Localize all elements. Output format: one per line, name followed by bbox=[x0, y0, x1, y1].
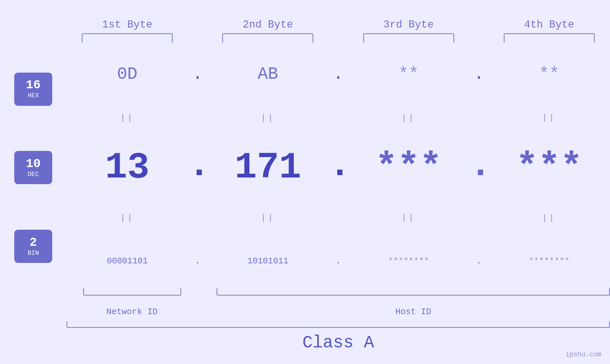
bin-val-1: 00001101 bbox=[66, 256, 188, 266]
bin-data-row: 00001101 . 10101011 . ******** . *******… bbox=[66, 247, 610, 275]
bin-dot-2: . bbox=[329, 256, 348, 266]
host-bracket bbox=[216, 288, 610, 296]
col4-top-bracket bbox=[504, 33, 595, 43]
dec-val-1: 13 bbox=[66, 147, 188, 188]
dec-badge: 10 DEC bbox=[14, 151, 52, 184]
column-headers-row: 1st Byte 2nd Byte 3rd Byte 4th Byte bbox=[0, 0, 610, 33]
network-bracket bbox=[83, 288, 181, 296]
eq-1-1: || bbox=[66, 113, 188, 122]
hex-dot-3: . bbox=[469, 65, 488, 84]
id-labels-row: Network ID Host ID bbox=[0, 302, 610, 321]
bin-dot-1: . bbox=[188, 256, 207, 266]
col3-header: 3rd Byte bbox=[348, 19, 469, 31]
base-badges-col: 16 HEX 10 DEC 2 BIN bbox=[0, 47, 66, 288]
bin-val-3: ******** bbox=[348, 256, 469, 266]
hex-dot-2: . bbox=[329, 65, 348, 84]
eq-1-4: || bbox=[488, 113, 610, 122]
col2-top-bracket bbox=[222, 33, 313, 43]
dec-dot-1: . bbox=[188, 144, 207, 191]
dec-val-2: 171 bbox=[207, 147, 328, 188]
eq-2-2: || bbox=[207, 213, 328, 223]
top-brackets-row bbox=[0, 33, 610, 47]
data-area: 0D . AB . ** . ** || || || || 13 bbox=[66, 47, 610, 288]
eq-1-3: || bbox=[348, 113, 469, 122]
eq-1-2: || bbox=[207, 113, 328, 122]
bin-number: 2 bbox=[29, 236, 37, 249]
host-id-label: Host ID bbox=[216, 307, 610, 317]
class-label: Class A bbox=[302, 333, 374, 353]
dec-dot-2: . bbox=[329, 144, 348, 191]
col4-header: 4th Byte bbox=[488, 19, 610, 31]
content-area: 16 HEX 10 DEC 2 BIN 0D . AB . ** . ** bbox=[0, 47, 610, 288]
bin-badge: 2 BIN bbox=[14, 230, 52, 263]
bin-dot-3: . bbox=[469, 256, 488, 266]
dec-val-4: *** bbox=[488, 147, 610, 188]
bottom-brackets-row bbox=[0, 288, 610, 302]
eq-2-1: || bbox=[66, 213, 188, 223]
bin-val-2: 10101011 bbox=[207, 256, 328, 266]
eq-row-1: || || || || bbox=[66, 109, 610, 126]
dec-val-3: *** bbox=[348, 147, 469, 188]
col3-top-bracket bbox=[363, 33, 454, 43]
hex-val-2: AB bbox=[207, 65, 328, 84]
dec-dot-3: . bbox=[469, 144, 488, 191]
class-label-row: Class A bbox=[66, 331, 610, 355]
dec-data-row: 13 . 171 . *** . *** bbox=[66, 146, 610, 189]
hex-number: 16 bbox=[26, 79, 40, 91]
hex-dot-1: . bbox=[188, 65, 207, 84]
hex-badge: 16 HEX bbox=[14, 73, 52, 106]
bin-label: BIN bbox=[28, 250, 38, 257]
bin-val-4: ******** bbox=[488, 256, 610, 266]
col1-header: 1st Byte bbox=[66, 19, 188, 31]
page: 1st Byte 2nd Byte 3rd Byte 4th Byte 16 bbox=[0, 0, 610, 364]
hex-val-3: ** bbox=[348, 65, 469, 84]
hex-data-row: 0D . AB . ** . ** bbox=[66, 60, 610, 89]
class-bracket bbox=[66, 321, 610, 328]
dec-number: 10 bbox=[26, 158, 40, 170]
host-bracket-area bbox=[216, 288, 610, 302]
col1-top-bracket bbox=[82, 33, 173, 43]
network-id-label: Network ID bbox=[66, 307, 197, 317]
network-bracket-area bbox=[66, 288, 197, 302]
class-bracket-row bbox=[66, 321, 610, 331]
eq-2-3: || bbox=[348, 213, 469, 223]
dec-label: DEC bbox=[28, 171, 38, 178]
eq-2-4: || bbox=[488, 213, 610, 223]
hex-val-1: 0D bbox=[66, 65, 188, 84]
hex-label: HEX bbox=[28, 92, 38, 99]
col2-header: 2nd Byte bbox=[207, 19, 328, 31]
eq-row-2: || || || || bbox=[66, 210, 610, 226]
footer: ipshu.com bbox=[565, 351, 601, 358]
hex-val-4: ** bbox=[488, 65, 610, 84]
